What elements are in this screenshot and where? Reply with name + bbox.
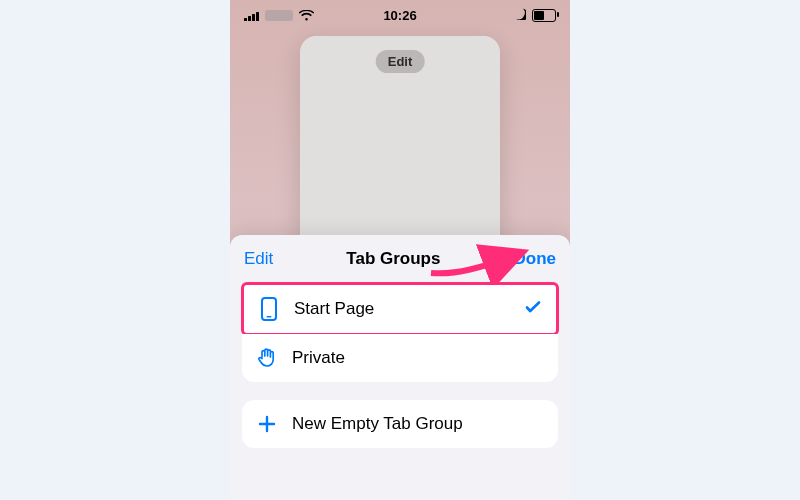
checkmark-icon xyxy=(524,298,542,321)
wifi-icon xyxy=(299,10,314,21)
carrier-redacted xyxy=(265,10,293,21)
status-right xyxy=(514,8,556,23)
cellular-signal-icon xyxy=(244,10,259,21)
do-not-disturb-icon xyxy=(514,8,526,23)
status-bar: 10:26 xyxy=(230,6,570,24)
status-time: 10:26 xyxy=(383,8,416,23)
svg-rect-1 xyxy=(267,316,272,318)
edit-button[interactable]: Edit xyxy=(244,249,273,269)
sheet-title: Tab Groups xyxy=(346,249,440,269)
tab-edit-pill[interactable]: Edit xyxy=(376,50,425,73)
tab-group-start-page-highlight: Start Page xyxy=(241,282,559,336)
tab-group-item-label: Private xyxy=(292,348,544,368)
battery-icon xyxy=(532,9,556,22)
device-phone-icon xyxy=(258,297,280,321)
phone-frame: 10:26 Edit Edit Tab Groups Done xyxy=(230,0,570,500)
new-tab-group-section: New Empty Tab Group xyxy=(242,400,558,448)
done-button[interactable]: Done xyxy=(514,249,557,269)
tab-group-item-label: Start Page xyxy=(294,299,510,319)
tab-group-item-start-page[interactable]: Start Page xyxy=(244,285,556,333)
tab-group-item-private[interactable]: Private xyxy=(242,334,558,382)
hand-icon xyxy=(256,347,278,369)
new-tab-group-label: New Empty Tab Group xyxy=(292,414,544,434)
status-left xyxy=(244,10,314,21)
tab-groups-sheet: Edit Tab Groups Done Start Page xyxy=(230,235,570,500)
tab-group-list: Private xyxy=(242,334,558,382)
plus-icon xyxy=(256,415,278,433)
sheet-header: Edit Tab Groups Done xyxy=(242,245,558,283)
page-root: 10:26 Edit Edit Tab Groups Done xyxy=(0,0,800,500)
new-empty-tab-group-button[interactable]: New Empty Tab Group xyxy=(242,400,558,448)
